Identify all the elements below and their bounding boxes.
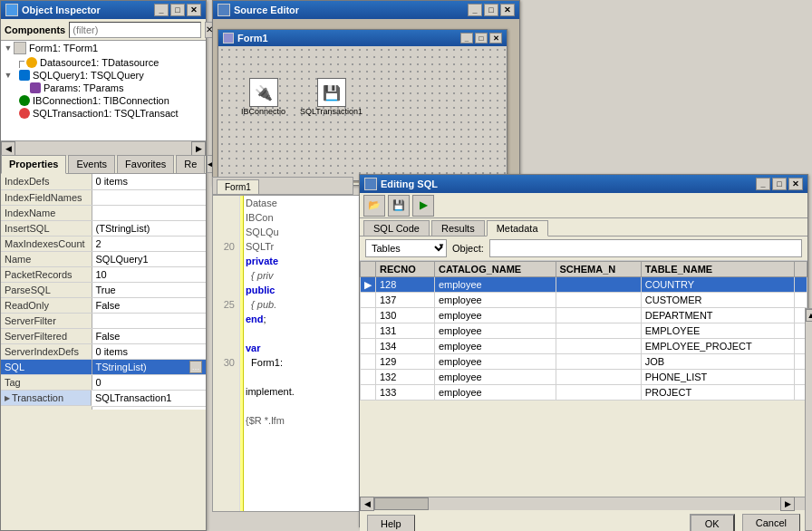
tab-favorites[interactable]: Favorites [117,155,174,173]
prop-row[interactable]: IndexFieldNames [1,189,206,205]
cell-recno: 132 [376,370,435,385]
prop-row[interactable]: ServerFilteredFalse [1,328,206,343]
vscroll-up[interactable]: ▲ [806,309,812,322]
run-btn[interactable]: ▶ [412,195,434,217]
prop-row[interactable]: ServerIndexDefs0 items [1,343,206,359]
table-row[interactable]: 131 employee EMPLOYEE [361,323,807,339]
cell-catalog: employee [434,293,556,308]
form1-canvas[interactable]: 🔌 IBConnectio 💾 SQLTransaction1 [218,46,507,180]
prop-row-sql[interactable]: SQL TStringList) … [1,359,206,375]
prop-row[interactable]: ParseSQLTrue [1,282,206,297]
hscroll-left[interactable]: ◀ [360,497,374,511]
table-row[interactable]: 134 employee EMPLOYEE_PROJECT [361,339,807,354]
hscroll-right[interactable]: ▶ [780,497,795,511]
src-maximize-btn[interactable]: □ [484,4,498,16]
hscroll-right-btn[interactable]: ▶ [191,141,206,156]
save-btn[interactable]: 💾 [388,195,410,217]
label-sqltrans: SQLTransaction1: TSQLTransact [33,108,179,119]
prop-row[interactable]: PacketRecords10 [1,266,206,282]
tree-item-form1[interactable]: ▼ Form1: TForm1 [1,41,206,55]
prop-row[interactable]: NameSQLQuery1 [1,251,206,266]
open-btn[interactable]: 📂 [363,195,385,217]
col-schema[interactable]: SCHEMA_N [556,262,641,277]
expand-query[interactable]: ▼ [3,71,14,80]
cancel-button[interactable]: Cancel [742,514,800,531]
prop-row[interactable]: MaxIndexesCount2 [1,236,206,251]
table-row[interactable]: 130 employee DEPARTMENT [361,308,807,323]
vscroll-bar[interactable]: ▲ ▼ [805,308,812,531]
tables-select[interactable]: Tables [365,239,447,257]
oi-maximize-btn[interactable]: □ [170,4,185,16]
ibconnection-component[interactable]: 🔌 IBConnectio [241,78,285,116]
tab-properties[interactable]: Properties [1,155,66,174]
tree-hscroll[interactable]: ◀ ▶ [1,140,206,155]
code-line: {$R *.lfm [246,415,360,430]
prop-row[interactable]: InsertSQL(TStringList) [1,220,206,236]
hscroll-left-btn[interactable]: ◀ [1,141,15,156]
ln-blank [215,372,237,386]
icon-ds [26,57,37,68]
src-close-btn[interactable]: ✕ [500,4,515,16]
hscroll-track[interactable] [15,141,191,156]
expand-form1[interactable]: ▼ [3,43,14,53]
tab-events[interactable]: Events [68,155,115,173]
icon-form1 [14,42,26,54]
tab-sql-code[interactable]: SQL Code [363,220,430,236]
prop-row[interactable]: ReadOnlyFalse [1,297,206,313]
table-row[interactable]: 129 employee JOB [361,354,807,370]
tree-item-sqltrans[interactable]: SQLTransaction1: TSQLTransact [1,107,206,120]
src-tab-form1[interactable]: Form1 [217,179,259,194]
prop-row[interactable]: Tag0 [1,375,206,391]
sql-minimize-btn[interactable]: _ [756,178,770,190]
vscroll-track[interactable] [806,322,812,530]
tree-item-ibconn[interactable]: IBConnection1: TIBConnection [1,94,206,107]
table-row[interactable]: 133 employee PROJECT [361,385,807,401]
tree-item-params[interactable]: Params: TParams [1,82,206,94]
filter-input[interactable] [69,22,201,38]
cell-catalog: employee [434,354,556,370]
f1-minimize-btn[interactable]: _ [460,33,473,43]
tab-re[interactable]: Re [176,155,205,173]
properties-scroll[interactable]: IndexDefs0 items IndexFieldNames IndexNa… [1,174,206,410]
f1-close-btn[interactable]: ✕ [489,33,502,43]
ok-button[interactable]: OK [690,514,735,531]
sql-ellipsis-btn[interactable]: … [189,361,202,373]
sql-close-btn[interactable]: ✕ [788,178,803,190]
code-content[interactable]: Datase IBCon SQLQu SQLTr private { priv … [244,196,362,511]
sql-maximize-btn[interactable]: □ [772,178,787,190]
cell-recno: 134 [376,339,435,354]
f1-maximize-btn[interactable]: □ [475,33,488,43]
prop-row[interactable]: UniDirectionalFalse [1,406,206,410]
table-row[interactable]: ▶ 128 employee COUNTRY [361,277,807,293]
tab-results[interactable]: Results [431,220,485,236]
col-tablename[interactable]: TABLE_NAME [641,262,794,277]
col-catalog[interactable]: CATALOG_NAME [434,262,556,277]
tree-item-sqlquery[interactable]: ▼ SQLQuery1: TSQLQuery [1,69,206,82]
cell-tablename: EMPLOYEE_PROJECT [641,339,794,354]
prop-row[interactable]: ServerFilter [1,313,206,328]
table-row[interactable]: 137 employee CUSTOMER [361,293,807,308]
hscroll-thumb[interactable] [374,497,429,510]
hscroll-track[interactable] [374,497,780,510]
table-row[interactable]: 132 employee PHONE_LIST [361,370,807,385]
tab-metadata[interactable]: Metadata [487,220,548,237]
prop-row[interactable]: IndexDefs0 items [1,174,206,189]
cell-catalog: employee [434,308,556,323]
cell-tablename: EMPLOYEE [641,323,794,339]
tree-item-datasource[interactable]: Datasource1: TDatasource [1,55,206,69]
oi-minimize-btn[interactable]: _ [154,4,169,16]
data-table-scroll[interactable]: RECNO CATALOG_NAME SCHEMA_N TABLE_NAME ▶… [360,261,807,497]
object-input[interactable] [489,239,802,257]
prop-row[interactable]: IndexName [1,205,206,220]
ln-30: 30 [215,357,237,372]
help-button[interactable]: Help [367,515,415,531]
col-recno[interactable]: RECNO [376,262,435,277]
expand-ds [3,58,14,67]
prop-row-transaction[interactable]: ▶ Transaction SQLTransaction1 [1,391,206,407]
oi-close-btn[interactable]: ✕ [187,4,201,16]
code-line: private [246,256,360,270]
sqltransaction-component[interactable]: 💾 SQLTransaction1 [300,78,362,116]
src-minimize-btn[interactable]: _ [468,4,482,16]
table-hscroll[interactable]: ◀ ▶ [360,497,807,509]
prop-value: False [92,328,206,343]
